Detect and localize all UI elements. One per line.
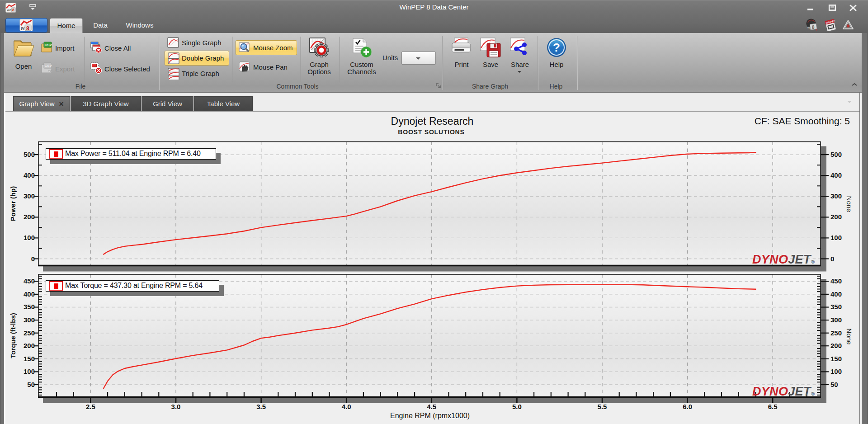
svg-text:8: 8 [812, 25, 815, 30]
svg-text:w: w [807, 26, 810, 29]
svg-text:8: 8 [26, 25, 29, 32]
svg-text:CSV: CSV [45, 43, 52, 47]
svg-text:?: ? [553, 41, 560, 54]
svg-text:CSV: CSV [45, 64, 52, 68]
svg-text:w: w [21, 26, 25, 31]
